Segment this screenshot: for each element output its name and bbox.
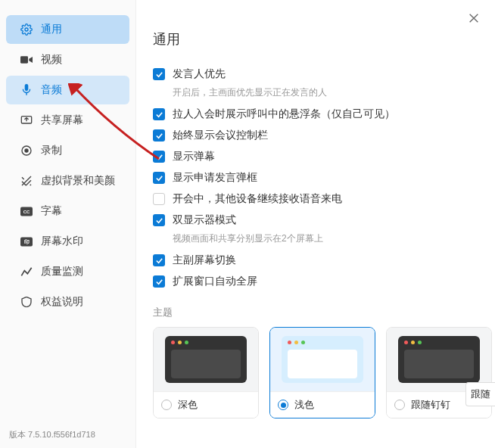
sidebar-item-label: 字幕 xyxy=(41,204,62,218)
sidebar-item-record[interactable]: 录制 xyxy=(6,136,129,165)
radio[interactable] xyxy=(278,400,288,410)
setting-row[interactable]: 开会中，其他设备继续接收语音来电 xyxy=(153,188,478,210)
checkbox[interactable] xyxy=(153,193,165,205)
sidebar-item-label: 音频 xyxy=(41,83,62,97)
page-title: 通用 xyxy=(153,30,478,48)
setting-row[interactable]: 始终显示会议控制栏 xyxy=(153,125,478,146)
setting-row[interactable]: 主副屏幕切换 xyxy=(153,250,478,271)
video-icon xyxy=(20,53,33,67)
sidebar-item-share[interactable]: 共享屏幕 xyxy=(6,106,129,135)
sidebar-item-label: 质量监测 xyxy=(41,265,83,278)
close-icon xyxy=(468,12,480,24)
theme-option-dark[interactable]: 深色 xyxy=(153,327,259,418)
theme-footer: 深色 xyxy=(154,391,258,418)
theme-preview xyxy=(154,328,258,391)
checkbox[interactable] xyxy=(153,108,165,120)
setting-description: 开启后，主画面优先显示正在发言的人 xyxy=(153,86,478,99)
theme-name: 跟随钉钉 xyxy=(411,398,450,412)
checkbox[interactable] xyxy=(153,254,165,266)
theme-name: 浅色 xyxy=(294,398,314,412)
theme-section-label: 主题 xyxy=(153,306,478,319)
setting-label: 扩展窗口自动全屏 xyxy=(173,275,257,288)
setting-label: 始终显示会议控制栏 xyxy=(173,129,268,142)
close-button[interactable] xyxy=(466,11,481,26)
checkbox[interactable] xyxy=(153,151,165,163)
setting-row[interactable]: 显示弹幕 xyxy=(153,146,478,167)
setting-label: 拉人入会时展示呼叫中的悬浮条（仅自己可见） xyxy=(173,107,395,121)
virtual-bg-icon xyxy=(20,174,33,188)
sidebar-item-audio[interactable]: 音频 xyxy=(6,76,129,104)
setting-label: 双显示器模式 xyxy=(173,213,236,227)
sidebar-item-label: 通用 xyxy=(41,23,62,36)
radio[interactable] xyxy=(161,400,172,410)
setting-row[interactable]: 显示申请发言弹框 xyxy=(153,167,478,188)
follow-button[interactable]: 跟随 xyxy=(465,382,495,406)
sidebar-item-label: 视频 xyxy=(41,53,62,67)
setting-label: 显示弹幕 xyxy=(173,150,215,163)
theme-footer: 浅色 xyxy=(270,391,375,418)
setting-label: 发言人优先 xyxy=(173,67,226,81)
settings-list: 发言人优先开启后，主画面优先显示正在发言的人拉人入会时展示呼叫中的悬浮条（仅自己… xyxy=(153,64,478,292)
sidebar-item-watermark[interactable]: 印 屏幕水印 xyxy=(6,227,129,256)
checkbox[interactable] xyxy=(153,129,165,142)
theme-option-light[interactable]: 浅色 xyxy=(269,327,375,418)
sidebar-item-label: 共享屏幕 xyxy=(41,114,83,127)
record-icon xyxy=(20,144,33,157)
setting-row[interactable]: 发言人优先 xyxy=(153,64,478,85)
svg-text:CC: CC xyxy=(23,210,30,214)
sidebar-items: 通用 视频 音频 共享屏幕 xyxy=(0,0,135,422)
sidebar-item-label: 虚拟背景和美颜 xyxy=(41,174,115,188)
sidebar-item-video[interactable]: 视频 xyxy=(6,45,129,74)
svg-point-6 xyxy=(24,148,28,152)
checkbox[interactable] xyxy=(153,275,165,288)
share-icon xyxy=(20,114,33,127)
setting-label: 开会中，其他设备继续接收语音来电 xyxy=(173,192,342,206)
checkbox[interactable] xyxy=(153,68,165,80)
setting-row[interactable]: 拉人入会时展示呼叫中的悬浮条（仅自己可见） xyxy=(153,104,478,125)
theme-preview xyxy=(270,328,375,391)
sidebar-item-caption[interactable]: CC 字幕 xyxy=(6,197,129,226)
setting-row[interactable]: 扩展窗口自动全屏 xyxy=(153,271,478,292)
rights-icon xyxy=(20,295,33,309)
radio[interactable] xyxy=(394,400,405,410)
setting-row[interactable]: 双显示器模式 xyxy=(153,210,478,231)
theme-options: 深色浅色跟随钉钉 xyxy=(153,327,478,418)
setting-description: 视频画面和共享分别显示在2个屏幕上 xyxy=(153,232,478,245)
sidebar: 通用 视频 音频 共享屏幕 xyxy=(0,0,136,448)
cc-icon: CC xyxy=(20,204,33,218)
svg-point-0 xyxy=(25,28,28,31)
setting-label: 主副屏幕切换 xyxy=(173,254,236,267)
theme-name: 深色 xyxy=(178,398,198,412)
sidebar-item-label: 权益说明 xyxy=(41,295,83,309)
checkbox[interactable] xyxy=(153,172,165,184)
setting-label: 显示申请发言弹框 xyxy=(173,171,257,185)
watermark-icon: 印 xyxy=(20,235,33,248)
svg-text:印: 印 xyxy=(24,239,30,245)
sidebar-item-rights[interactable]: 权益说明 xyxy=(6,288,129,316)
sidebar-item-virtual-bg[interactable]: 虚拟背景和美颜 xyxy=(6,166,129,195)
svg-rect-1 xyxy=(20,56,28,63)
sidebar-item-label: 录制 xyxy=(41,144,62,157)
version-label: 版本 7.5.10.f556f1d718 xyxy=(0,422,135,448)
mic-icon xyxy=(20,83,33,97)
checkbox[interactable] xyxy=(153,214,165,226)
svg-rect-2 xyxy=(25,84,29,91)
main-panel: 通用 发言人优先开启后，主画面优先显示正在发言的人拉人入会时展示呼叫中的悬浮条（… xyxy=(136,0,495,448)
sidebar-item-label: 屏幕水印 xyxy=(41,235,83,248)
quality-icon xyxy=(20,265,33,278)
sidebar-item-general[interactable]: 通用 xyxy=(6,15,129,44)
gear-icon xyxy=(20,23,33,36)
sidebar-item-quality[interactable]: 质量监测 xyxy=(6,257,129,286)
